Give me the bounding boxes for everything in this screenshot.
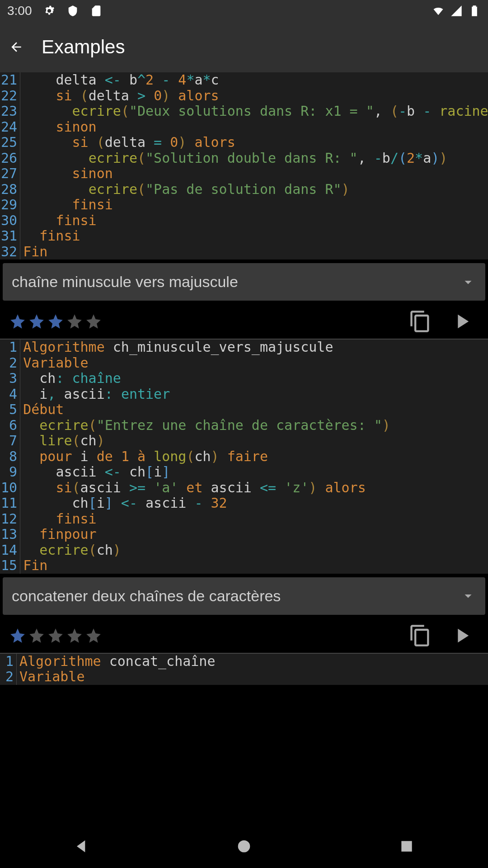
line-gutter: 12 [0,654,17,685]
nav-recent-button[interactable] [398,837,416,855]
line-number: 29 [1,197,17,213]
code-block-2: 12 Algorithme concat_chaîneVariable [0,654,488,685]
signal-icon [450,5,463,17]
line-number: 22 [1,88,17,104]
line-number: 3 [1,371,17,387]
svg-rect-1 [401,841,412,851]
example-title: chaîne minuscule vers majuscule [12,273,238,291]
star-icon[interactable] [47,313,64,330]
line-number: 28 [1,182,17,198]
code-line: i, ascii: entier [23,387,488,402]
status-time: 3:00 [7,4,32,18]
line-number: 25 [1,135,17,151]
code-block-0: 212223242526272829303132 delta <- b^2 - … [0,72,488,259]
settings-icon [43,5,56,17]
line-number: 32 [1,244,17,260]
line-number: 6 [1,418,17,434]
line-gutter: 212223242526272829303132 [0,72,20,259]
line-number: 12 [1,511,17,527]
code-line: Variable [23,355,488,371]
rating-row-1 [0,618,488,653]
wifi-icon [432,5,445,17]
code-line: Fin [23,558,488,574]
chevron-down-icon [460,274,476,290]
app-bar: Examples [0,22,488,72]
battery-icon [468,5,481,17]
line-number: 9 [1,464,17,480]
code-line: si(ascii >= 'a' et ascii <= 'z') alors [23,480,488,496]
code-line: Début [23,402,488,418]
back-button[interactable] [9,40,23,54]
nav-bar [0,825,488,868]
star-icon[interactable] [28,313,45,330]
page-title: Examples [42,36,125,58]
nav-home-button[interactable] [235,837,253,855]
code-lines: delta <- b^2 - 4*a*c si (delta > 0) alor… [20,72,488,259]
star-icon[interactable] [85,627,102,644]
code-line: delta <- b^2 - 4*a*c [23,72,488,88]
star-icon[interactable] [66,313,83,330]
line-gutter: 123456789101112131415 [0,340,20,574]
line-number: 2 [1,355,17,371]
line-number: 1 [1,654,14,670]
line-number: 5 [1,402,17,418]
line-number: 1 [1,340,17,355]
example-title: concatener deux chaînes de caractères [12,587,281,605]
chevron-down-icon [460,588,476,604]
code-line: Fin [23,244,488,260]
code-lines: Algorithme ch_minuscule_vers_majusculeVa… [20,340,488,574]
code-line: finpour [23,527,488,542]
code-line: ecrire("Deux solutions dans R: x1 = ", (… [23,104,488,119]
code-line: finsi [23,197,488,213]
code-line: Variable [19,669,488,685]
star-icon[interactable] [9,627,26,644]
code-line: ecrire("Solution double dans R: ", -b/(2… [23,151,488,166]
line-number: 21 [1,72,17,88]
code-line: finsi [23,511,488,527]
line-number: 10 [1,480,17,496]
play-button[interactable] [450,624,474,647]
line-number: 2 [1,669,14,685]
code-line: pour i de 1 à long(ch) faire [23,449,488,465]
code-line: Algorithme concat_chaîne [19,654,488,670]
line-number: 7 [1,433,17,449]
status-bar: 3:00 [0,0,488,22]
copy-button[interactable] [408,624,432,647]
star-icon[interactable] [66,627,83,644]
example-header-minuscule[interactable]: chaîne minuscule vers majuscule [3,263,485,301]
code-line: si (delta = 0) alors [23,135,488,151]
line-number: 30 [1,213,17,229]
line-number: 4 [1,387,17,402]
code-line: sinon [23,119,488,135]
code-line: Algorithme ch_minuscule_vers_majuscule [23,340,488,355]
rating-row-0 [0,304,488,339]
star-icon[interactable] [85,313,102,330]
line-number: 15 [1,558,17,574]
line-number: 24 [1,119,17,135]
example-header-concatener[interactable]: concatener deux chaînes de caractères [3,577,485,615]
play-button[interactable] [450,310,474,333]
code-line: si (delta > 0) alors [23,88,488,104]
line-number: 31 [1,228,17,244]
code-line: ch[i] <- ascii - 32 [23,495,488,511]
line-number: 27 [1,166,17,182]
content-area[interactable]: 212223242526272829303132 delta <- b^2 - … [0,72,488,825]
code-line: lire(ch) [23,433,488,449]
copy-button[interactable] [408,310,432,333]
star-icon[interactable] [28,627,45,644]
star-icon[interactable] [47,627,64,644]
code-lines: Algorithme concat_chaîneVariable [17,654,488,685]
line-number: 8 [1,449,17,465]
code-line: ascii <- ch[i] [23,464,488,480]
line-number: 26 [1,151,17,166]
code-block-1: 123456789101112131415 Algorithme ch_minu… [0,340,488,574]
line-number: 13 [1,527,17,542]
code-line: ecrire("Pas de solution dans R") [23,182,488,198]
line-number: 11 [1,495,17,511]
code-line: ch: chaîne [23,371,488,387]
code-line: ecrire("Entrez une chaîne de caractères:… [23,418,488,434]
code-line: sinon [23,166,488,182]
nav-back-button[interactable] [72,837,90,855]
code-line: finsi [23,213,488,229]
star-icon[interactable] [9,313,26,330]
